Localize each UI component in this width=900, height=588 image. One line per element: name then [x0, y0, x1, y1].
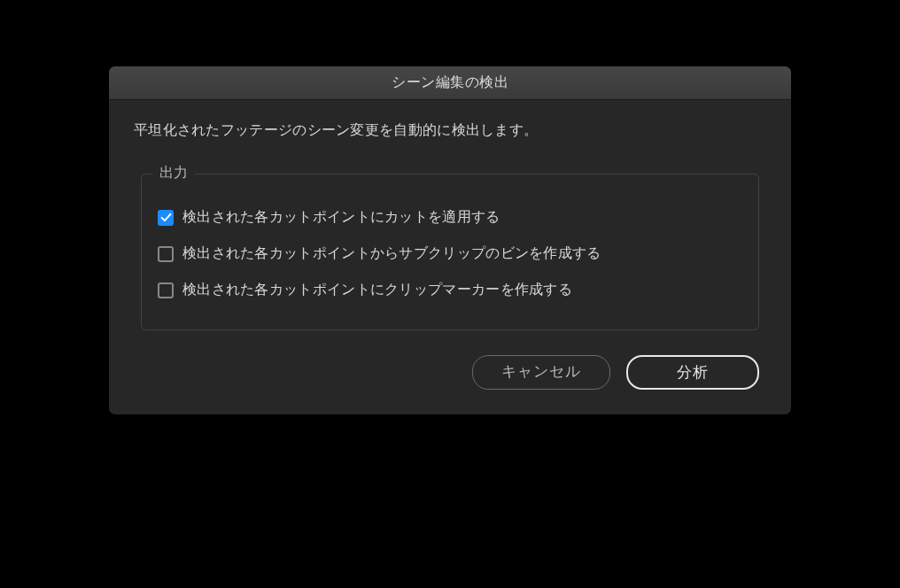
check-icon [160, 212, 172, 223]
output-fieldset: 出力 検出された各カットポイントにカットを適用する 検出された各カットポイントか… [141, 174, 759, 330]
analyze-button[interactable]: 分析 [626, 355, 759, 390]
checkbox-create-subclips[interactable] [158, 246, 174, 262]
cancel-button[interactable]: キャンセル [472, 355, 610, 390]
checkbox-apply-cuts[interactable] [158, 210, 174, 226]
dialog-title: シーン編集の検出 [392, 74, 508, 89]
option-create-subclips[interactable]: 検出された各カットポイントからサブクリップのビンを作成する [158, 236, 742, 272]
option-apply-cuts[interactable]: 検出された各カットポイントにカットを適用する [158, 199, 742, 236]
checkbox-label: 検出された各カットポイントにカットを適用する [182, 208, 500, 227]
dialog-content: 平坦化されたフッテージのシーン変更を自動的に検出します。 出力 検出された各カッ… [109, 100, 791, 414]
dialog-description: 平坦化されたフッテージのシーン変更を自動的に検出します。 [134, 121, 766, 140]
checkbox-label: 検出された各カットポイントにクリップマーカーを作成する [182, 281, 572, 299]
output-legend: 出力 [152, 164, 195, 182]
scene-edit-detection-dialog: シーン編集の検出 平坦化されたフッテージのシーン変更を自動的に検出します。 出力… [109, 66, 791, 414]
dialog-buttons: キャンセル 分析 [134, 355, 766, 390]
dialog-titlebar: シーン編集の検出 [109, 66, 791, 100]
checkbox-create-markers[interactable] [158, 282, 174, 298]
option-create-markers[interactable]: 検出された各カットポイントにクリップマーカーを作成する [158, 272, 742, 308]
checkbox-label: 検出された各カットポイントからサブクリップのビンを作成する [182, 244, 601, 263]
